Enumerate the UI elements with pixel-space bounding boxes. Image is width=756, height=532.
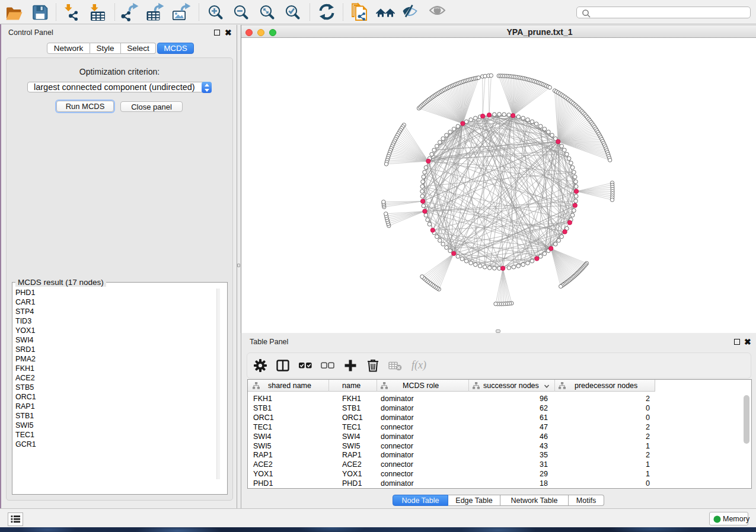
svg-text:f(x): f(x) (412, 359, 426, 371)
